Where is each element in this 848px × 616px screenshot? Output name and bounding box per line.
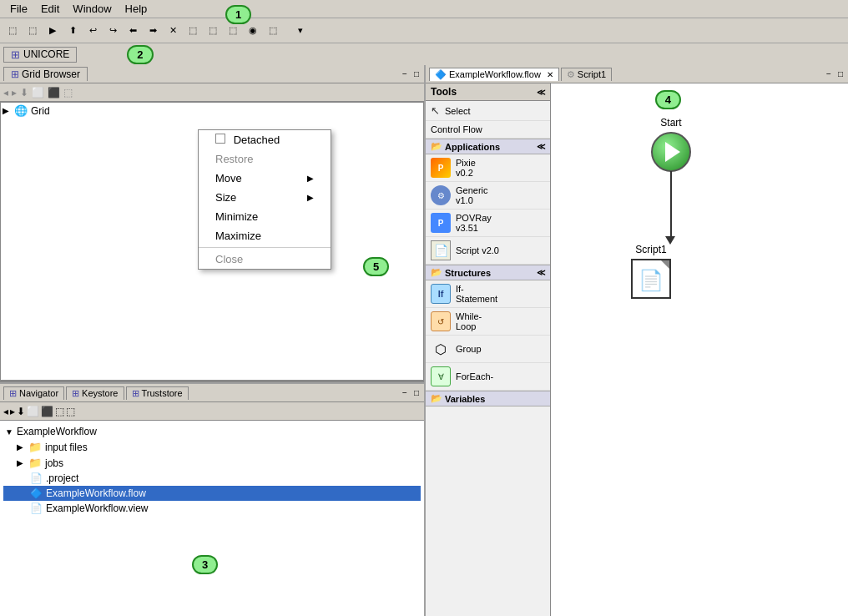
toolbar-btn-open[interactable]: ⬚ bbox=[23, 22, 42, 40]
tab-flow-close[interactable]: ✕ bbox=[547, 70, 553, 79]
right-minimize-btn[interactable]: − bbox=[825, 69, 833, 78]
tools-item-povray[interactable]: P POVRayv3.51 bbox=[426, 210, 550, 237]
tree-item-flow[interactable]: 🔷 ExampleWorkflow.flow bbox=[3, 486, 421, 501]
tools-header: Tools ≪ bbox=[426, 83, 550, 101]
context-menu-item-detached[interactable]: Detached bbox=[199, 130, 331, 149]
grid-expand-icon: ▶ bbox=[3, 106, 11, 115]
tree-item-view[interactable]: 📄 ExampleWorkflow.view bbox=[3, 501, 421, 516]
context-menu-item-maximize[interactable]: Maximize bbox=[199, 226, 331, 245]
tools-item-if[interactable]: If If-Statement bbox=[426, 280, 550, 308]
nav-tb-fwd[interactable]: ▸ bbox=[10, 406, 15, 417]
if-icon: If bbox=[431, 284, 451, 304]
group-icon: ⬡ bbox=[431, 339, 451, 359]
toolbar-btn-new[interactable]: ⬚ bbox=[3, 22, 22, 40]
grid-browser-controls: − □ bbox=[401, 69, 421, 78]
nav-tb-extra1[interactable]: ⬚ bbox=[55, 406, 64, 417]
menu-file[interactable]: File bbox=[3, 1, 34, 17]
context-menu-item-close[interactable]: Close bbox=[199, 250, 331, 269]
toolbar-btn-back[interactable]: ⬅ bbox=[124, 22, 142, 40]
tree-item-jobs[interactable]: ▶ 📁 jobs bbox=[3, 455, 421, 471]
nav-tb-unlink[interactable]: ⬛ bbox=[41, 406, 53, 417]
nav-toolbar: ◂ ▸ ⬇ ⬜ ⬛ ⬚ ⬚ bbox=[0, 402, 424, 421]
structures-label: Structures bbox=[445, 268, 491, 278]
jobs-folder-icon: 📁 bbox=[28, 457, 42, 469]
foreach-icon: ∀ bbox=[431, 366, 451, 386]
toolbar-btn-fwd[interactable]: ➡ bbox=[144, 22, 162, 40]
nav-maximize-btn[interactable]: □ bbox=[412, 388, 421, 397]
tree-item-inputfiles[interactable]: ▶ 📁 input files bbox=[3, 439, 421, 455]
tab-script1[interactable]: ⚙ Script1 bbox=[561, 68, 612, 81]
nav-tab-group: ⊞ Navigator ⊞ Keystore ⊞ Truststore bbox=[3, 386, 189, 400]
gb-toolbar-icon1: ◂ bbox=[3, 87, 8, 98]
nav-tab-label: Navigator bbox=[19, 388, 58, 398]
context-menu-separator bbox=[199, 247, 331, 248]
toolbar-btn-copy[interactable]: ⬚ bbox=[184, 22, 202, 40]
workflow-node-script1[interactable]: Script1 📄 bbox=[631, 244, 671, 299]
context-menu-item-minimize[interactable]: Minimize bbox=[199, 207, 331, 226]
nav-minimize-btn[interactable]: − bbox=[401, 388, 409, 397]
play-triangle bbox=[665, 142, 680, 162]
grid-browser-maximize-btn[interactable]: □ bbox=[412, 69, 421, 78]
maximize-label: Maximize bbox=[215, 230, 261, 242]
nav-panel-controls: − □ bbox=[401, 388, 421, 397]
tools-item-while[interactable]: ↺ While-Loop bbox=[426, 308, 550, 336]
toolbar-btn-run[interactable]: ▶ bbox=[43, 22, 62, 40]
tools-item-select[interactable]: ↖ Select bbox=[426, 101, 550, 121]
project-label: .project bbox=[46, 472, 78, 484]
close-label: Close bbox=[215, 253, 243, 265]
nav-tb-extra2[interactable]: ⬚ bbox=[66, 406, 75, 417]
toolbar-btn-redo[interactable]: ↪ bbox=[103, 22, 122, 40]
ew-label: ExampleWorkflow bbox=[17, 426, 97, 437]
menu-help[interactable]: Help bbox=[119, 1, 154, 17]
tools-item-group[interactable]: ⬡ Group bbox=[426, 336, 550, 363]
group-label: Group bbox=[456, 344, 482, 354]
variables-folder-icon: 📂 bbox=[431, 393, 442, 404]
menu-edit[interactable]: Edit bbox=[34, 1, 66, 17]
nav-tb-link[interactable]: ⬜ bbox=[27, 406, 39, 417]
tools-item-foreach[interactable]: ∀ ForEach- bbox=[426, 363, 550, 391]
nav-tab-keystore[interactable]: ⊞ Keystore bbox=[66, 386, 124, 400]
nav-tab-navigator[interactable]: ⊞ Navigator bbox=[3, 386, 64, 400]
right-panel-controls: − □ bbox=[825, 69, 845, 78]
tools-item-script[interactable]: 📄 Script v2.0 bbox=[426, 237, 550, 265]
tree-item-exampleworkflow[interactable]: ▼ ExampleWorkflow bbox=[3, 424, 421, 439]
nav-tab-truststore-label: Truststore bbox=[142, 388, 183, 398]
script-doc-icon: 📄 bbox=[639, 269, 664, 292]
menu-window[interactable]: Window bbox=[66, 1, 118, 17]
toolbar-btn-extra[interactable]: ⬚ bbox=[264, 22, 282, 40]
inputfiles-expand: ▶ bbox=[17, 442, 25, 452]
workflow-node-start[interactable]: Start bbox=[651, 117, 691, 172]
nav-tab-truststore[interactable]: ⊞ Truststore bbox=[126, 386, 189, 400]
while-icon: ↺ bbox=[431, 311, 451, 331]
structures-folder-icon: 📂 bbox=[431, 267, 442, 278]
annotation-2: 2 bbox=[127, 45, 153, 64]
toolbar-btn-mark[interactable]: ◉ bbox=[244, 22, 262, 40]
toolbar-btn-stop[interactable]: ✕ bbox=[164, 22, 182, 40]
context-menu-item-size[interactable]: Size ▶ bbox=[199, 188, 331, 207]
control-flow-label: Control Flow bbox=[431, 124, 482, 134]
nav-tb-back[interactable]: ◂ bbox=[3, 406, 8, 417]
size-arrow-icon: ▶ bbox=[307, 193, 314, 202]
tab-exampleworkflow-flow[interactable]: 🔷 ExampleWorkflow.flow ✕ bbox=[429, 68, 559, 81]
toolbar-btn-paste[interactable]: ⬚ bbox=[204, 22, 222, 40]
context-menu-item-move[interactable]: Move ▶ bbox=[199, 169, 331, 188]
nav-tb-down[interactable]: ⬇ bbox=[17, 406, 25, 417]
right-maximize-btn[interactable]: □ bbox=[836, 69, 845, 78]
canvas-area[interactable]: Start Script1 📄 bbox=[551, 83, 848, 616]
flow-label: ExampleWorkflow.flow bbox=[46, 487, 146, 499]
toolbar-btn-undo[interactable]: ↩ bbox=[83, 22, 102, 40]
start-icon bbox=[651, 132, 691, 172]
grid-tree-item-grid[interactable]: ▶ 🌐 Grid bbox=[1, 103, 423, 119]
foreach-label: ForEach- bbox=[456, 371, 493, 381]
grid-browser-minimize-btn[interactable]: − bbox=[401, 69, 409, 78]
arrow-line bbox=[670, 171, 672, 238]
unicore-button[interactable]: ⊞ UNICORE bbox=[3, 47, 77, 63]
toolbar-btn-up[interactable]: ⬆ bbox=[63, 22, 82, 40]
toolbar-btn-more[interactable]: ▾ bbox=[284, 22, 317, 40]
tools-item-control-flow[interactable]: Control Flow bbox=[426, 121, 550, 139]
context-menu-item-restore[interactable]: Restore bbox=[199, 149, 331, 169]
tools-item-pixie[interactable]: P Pixiev0.2 bbox=[426, 154, 550, 182]
tools-item-generic[interactable]: ⚙ Genericv1.0 bbox=[426, 182, 550, 210]
grid-browser-tab[interactable]: ⊞ Grid Browser bbox=[3, 67, 88, 81]
tree-item-project[interactable]: 📄 .project bbox=[3, 471, 421, 486]
